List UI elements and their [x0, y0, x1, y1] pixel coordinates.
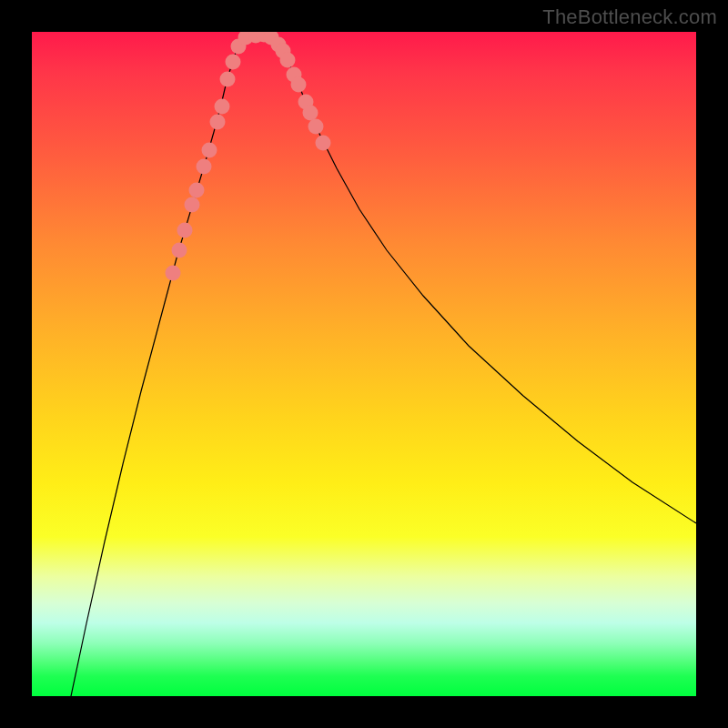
- plot-area: [32, 32, 696, 696]
- sample-dot: [308, 119, 324, 135]
- sample-dot: [210, 115, 226, 130]
- sample-dot: [202, 143, 217, 158]
- sample-dot: [177, 223, 193, 238]
- sample-dot: [197, 159, 212, 175]
- sample-dot: [215, 99, 230, 115]
- sample-dot: [303, 106, 318, 121]
- sample-dot: [172, 243, 187, 258]
- watermark-text: TheBottleneck.com: [542, 5, 717, 29]
- sample-dot: [291, 77, 307, 93]
- chart-frame: TheBottleneck.com: [0, 0, 728, 728]
- sample-dot: [185, 197, 200, 213]
- sample-dot: [220, 72, 236, 87]
- sample-dot: [280, 53, 296, 68]
- curve-svg: [32, 32, 696, 696]
- sample-dots-group: [166, 32, 331, 281]
- sample-dot: [189, 183, 205, 198]
- bottleneck-curve: [71, 34, 696, 696]
- sample-dot: [226, 55, 241, 70]
- sample-dot: [316, 136, 331, 151]
- sample-dot: [166, 266, 181, 281]
